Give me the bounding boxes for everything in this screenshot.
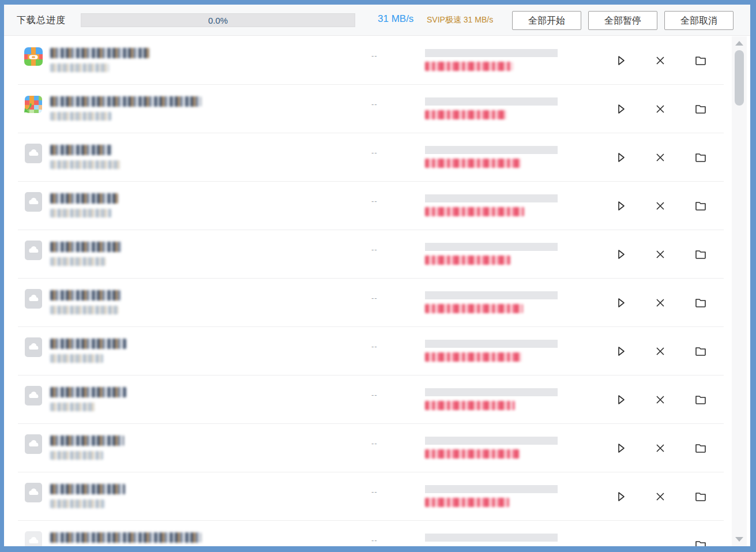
download-row[interactable]: -- (4, 133, 750, 182)
redacted-filename (50, 387, 126, 397)
open-folder-button[interactable] (694, 441, 708, 455)
cancel-download-button[interactable] (653, 102, 667, 116)
cancel-download-button[interactable] (653, 247, 667, 261)
file-info (50, 484, 125, 508)
cancel-download-button[interactable] (653, 441, 667, 455)
redacted-status-text (425, 449, 520, 459)
redacted-filesize (50, 160, 121, 169)
row-progress-bar (425, 97, 558, 106)
start-all-button[interactable]: 全部开始 (512, 11, 581, 30)
download-row[interactable]: -- (4, 521, 750, 546)
row-progress-bar (425, 243, 558, 251)
open-folder-button[interactable] (694, 296, 708, 310)
row-progress-bar (425, 485, 558, 493)
eta-placeholder: -- (371, 487, 378, 496)
redacted-filesize (50, 500, 104, 508)
redacted-status-text (425, 62, 513, 71)
scroll-up-arrow-icon[interactable] (735, 41, 743, 46)
open-folder-button[interactable] (694, 54, 708, 67)
eta-placeholder: -- (371, 100, 378, 108)
row-actions (604, 85, 719, 133)
file-info (50, 387, 126, 411)
row-progress (425, 49, 558, 71)
open-folder-button[interactable] (694, 199, 708, 213)
start-download-button[interactable] (614, 247, 628, 261)
total-progress-label: 下载总进度 (17, 14, 66, 27)
redacted-filename (50, 435, 124, 446)
redacted-status-text (425, 110, 507, 119)
open-folder-button[interactable] (694, 247, 708, 261)
cloud-file-icon (23, 530, 44, 546)
open-folder-button[interactable] (694, 538, 708, 546)
row-actions (604, 230, 719, 279)
redacted-filesize (50, 257, 106, 266)
file-info (50, 242, 122, 266)
scroll-down-arrow-icon[interactable] (735, 537, 743, 542)
open-folder-button[interactable] (694, 102, 708, 116)
row-actions (604, 133, 719, 182)
row-actions (604, 36, 719, 85)
row-progress (425, 243, 558, 265)
redacted-filesize (50, 112, 111, 121)
start-download-button[interactable] (614, 344, 628, 358)
cloud-file-icon (23, 336, 44, 358)
eta-placeholder: -- (371, 439, 378, 448)
download-row[interactable]: -- (4, 279, 750, 327)
pause-all-button[interactable]: 全部暂停 (588, 11, 657, 30)
eta-placeholder: -- (371, 197, 378, 205)
start-download-button[interactable] (614, 54, 628, 67)
download-list: -- (4, 36, 750, 546)
row-actions (604, 182, 719, 230)
cancel-download-button[interactable] (653, 344, 667, 358)
cancel-download-button[interactable] (653, 54, 667, 67)
redacted-filesize (50, 306, 118, 314)
file-info (50, 193, 118, 217)
redacted-status-text (425, 401, 515, 410)
cancel-download-button[interactable] (653, 393, 667, 407)
redacted-status-text (425, 256, 510, 265)
row-progress-bar (425, 146, 558, 154)
redacted-filesize (50, 403, 95, 411)
download-row[interactable]: -- (4, 424, 750, 472)
download-row[interactable]: -- (4, 472, 750, 521)
download-row[interactable]: -- (4, 85, 750, 133)
cancel-all-button[interactable]: 全部取消 (664, 11, 734, 30)
start-download-button[interactable] (614, 441, 628, 455)
start-download-button[interactable] (614, 490, 628, 504)
redacted-filename (50, 484, 125, 494)
eta-placeholder: -- (371, 390, 378, 399)
redacted-filename (50, 290, 121, 301)
start-download-button[interactable] (614, 296, 628, 310)
cancel-download-button[interactable] (653, 296, 667, 310)
row-progress (425, 340, 558, 362)
open-folder-button[interactable] (694, 490, 708, 504)
open-folder-button[interactable] (694, 393, 708, 407)
start-download-button[interactable] (614, 199, 628, 213)
cloud-file-icon (23, 482, 44, 504)
cancel-download-button[interactable] (653, 199, 667, 213)
open-folder-button[interactable] (694, 151, 708, 164)
row-progress (425, 388, 558, 410)
cancel-download-button[interactable] (653, 151, 667, 164)
download-row[interactable]: -- (4, 36, 750, 85)
scrollbar-thumb[interactable] (735, 50, 744, 106)
redacted-filename (50, 532, 201, 543)
download-row[interactable]: -- (4, 230, 750, 279)
start-download-button[interactable] (614, 393, 628, 407)
archive-file-icon (23, 46, 44, 67)
open-folder-button[interactable] (694, 344, 708, 358)
cancel-download-button[interactable] (653, 490, 667, 504)
download-manager-window: 下载总进度 0.0% 31 MB/s SVIP极速 31 MB/s 全部开始 全… (0, 0, 756, 552)
start-download-button[interactable] (614, 102, 628, 116)
scrollbar[interactable] (732, 36, 747, 546)
download-row[interactable]: -- (4, 327, 750, 375)
row-actions (604, 472, 719, 521)
start-download-button[interactable] (614, 151, 628, 164)
svip-speed-label: SVIP极速 31 MB/s (427, 15, 493, 25)
download-row[interactable]: -- (4, 182, 750, 230)
row-actions (604, 279, 719, 327)
redacted-status-text (425, 352, 522, 362)
download-row[interactable]: -- (4, 375, 750, 424)
eta-placeholder: -- (371, 536, 378, 545)
redacted-filename (50, 339, 126, 349)
